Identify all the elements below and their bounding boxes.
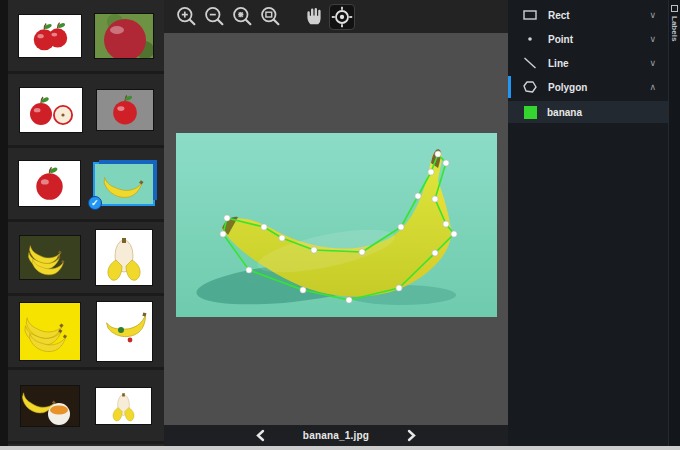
tool-row-polygon[interactable]: Polygon ∧: [508, 75, 680, 99]
polygon-vertex-handle[interactable]: [246, 267, 252, 273]
thumbnail-apple-and-half-white[interactable]: [20, 88, 82, 132]
window-bottom-edge: [0, 446, 680, 450]
thumbnail-red-apple-white[interactable]: [19, 161, 80, 206]
labels-side-tab[interactable]: Labels: [668, 0, 680, 446]
zoom-out-button[interactable]: [202, 5, 226, 29]
apple-cut-graphic: [20, 88, 82, 132]
thumbnail-row: ✓: [8, 148, 164, 222]
selected-check-badge: ✓: [88, 196, 102, 210]
thumbnail-row: [8, 296, 164, 370]
thumbnail-banana-teal-current[interactable]: ✓: [95, 164, 153, 204]
banana-photo-graphic: [176, 133, 497, 317]
apple-photo-graphic: [95, 14, 153, 58]
tool-label: Rect: [548, 10, 570, 21]
window-left-edge: [0, 0, 8, 446]
thumbnail-apple-closeup-photo[interactable]: [95, 14, 153, 58]
polygon-vertex-handle[interactable]: [300, 287, 306, 293]
thumbnail-gallery: ✓: [8, 0, 164, 446]
polygon-vertex-handle[interactable]: [396, 285, 402, 291]
polygon-vertex-handle[interactable]: [435, 151, 441, 157]
zoom-in-icon: [174, 5, 198, 29]
zoom-actual-button[interactable]: [258, 5, 282, 29]
thumbnail-bananas-and-bowl-photo[interactable]: [21, 386, 79, 426]
tool-label: Line: [548, 58, 569, 69]
canvas-stage: [164, 33, 508, 425]
polygon-vertex-handle[interactable]: [432, 250, 438, 256]
tool-row-rect[interactable]: Rect ∨: [508, 3, 680, 27]
polygon-vertex-handle[interactable]: [346, 297, 352, 303]
canvas-toolbar: [164, 0, 508, 33]
rect-icon: [522, 7, 538, 23]
line-icon: [522, 55, 538, 71]
zoom-fit-icon: [230, 5, 254, 29]
polygon-vertex-handle[interactable]: [398, 224, 404, 230]
polygon-vertex-handle[interactable]: [428, 169, 434, 175]
annotated-image[interactable]: [176, 133, 497, 317]
banana-peeled-graphic: [96, 230, 152, 285]
labels-tab-icon: [671, 5, 678, 12]
polygon-vertex-handle[interactable]: [311, 247, 317, 253]
polygon-vertex-handle[interactable]: [224, 215, 230, 221]
chevron-right-icon[interactable]: [407, 429, 417, 442]
tool-row-line[interactable]: Line ∨: [508, 51, 680, 75]
thumbnail-banana-bunch-yellow[interactable]: [20, 303, 80, 360]
current-filename: banana_1.jpg: [303, 430, 369, 441]
pan-hand-button[interactable]: [302, 5, 326, 29]
canvas-panel: banana_1.jpg: [164, 0, 508, 446]
thumbnail-banana-cartoon-white[interactable]: [96, 230, 152, 285]
label-color-swatch[interactable]: [524, 106, 537, 119]
polygon-vertex-handle[interactable]: [443, 160, 449, 166]
thumbnail-banana-peeled-white[interactable]: [96, 388, 151, 424]
chevron-up-icon[interactable]: ∧: [649, 82, 656, 92]
polygon-vertex-handle[interactable]: [359, 249, 365, 255]
tool-label: Polygon: [548, 82, 587, 93]
line-icon: [522, 55, 538, 71]
polygon-vertex-handle[interactable]: [415, 193, 421, 199]
chevron-down-icon[interactable]: ∨: [649, 10, 656, 20]
polygon-icon: [522, 79, 538, 95]
polygon-vertex-handle[interactable]: [451, 231, 457, 237]
annotation-app: ✓: [0, 0, 680, 450]
polygon-vertex-handle[interactable]: [220, 231, 226, 237]
zoom-in-button[interactable]: [174, 5, 198, 29]
label-name: banana: [547, 107, 582, 118]
thumbnail-red-apple-gray[interactable]: [97, 90, 153, 130]
labels-panel: Rect ∨ Point ∨ Line ∨ Polygon ∧ banana: [508, 0, 680, 446]
thumbnail-row: [8, 0, 164, 74]
polygon-icon: [522, 79, 538, 95]
tool-label: Point: [548, 34, 573, 45]
apple-graphic: [97, 90, 153, 130]
zoom-fit-button[interactable]: [230, 5, 254, 29]
banana-graphic: [95, 164, 153, 204]
crosshair-icon: [330, 5, 354, 29]
point-icon: [522, 31, 538, 47]
polygon-vertex-handle[interactable]: [432, 196, 438, 202]
tool-row-point[interactable]: Point ∨: [508, 27, 680, 51]
banana-bunch-graphic: [20, 303, 80, 360]
zoom-out-icon: [202, 5, 226, 29]
image-nav-bar: banana_1.jpg: [164, 425, 508, 446]
thumbnail-row: [8, 370, 164, 444]
polygon-vertex-handle[interactable]: [261, 224, 267, 230]
polygon-vertex-handle[interactable]: [279, 235, 285, 241]
banana-bowl-graphic: [21, 386, 79, 426]
thumbnail-green-bananas-photo[interactable]: [20, 236, 80, 279]
pan-hand-icon: [302, 5, 326, 29]
crosshair-button[interactable]: [330, 5, 354, 29]
thumbnail-apples-pair-white[interactable]: [19, 15, 81, 57]
labels-tab-text: Labels: [670, 16, 679, 41]
zoom-actual-icon: [258, 5, 282, 29]
apple-pair-graphic: [19, 15, 81, 57]
polygon-vertex-handle[interactable]: [443, 221, 449, 227]
thumbnail-row: [8, 222, 164, 296]
thumbnail-banana-sticker-white[interactable]: [97, 302, 152, 361]
chevron-down-icon[interactable]: ∨: [649, 34, 656, 44]
label-row-banana[interactable]: banana: [508, 101, 668, 123]
banana-sticker-graphic: [97, 302, 152, 361]
banana-peeled-graphic: [96, 388, 151, 424]
chevron-down-icon[interactable]: ∨: [649, 58, 656, 68]
chevron-left-icon[interactable]: [255, 429, 265, 442]
apple-graphic: [19, 161, 80, 206]
point-icon: [522, 31, 538, 47]
banana-bunch-graphic: [20, 236, 80, 279]
